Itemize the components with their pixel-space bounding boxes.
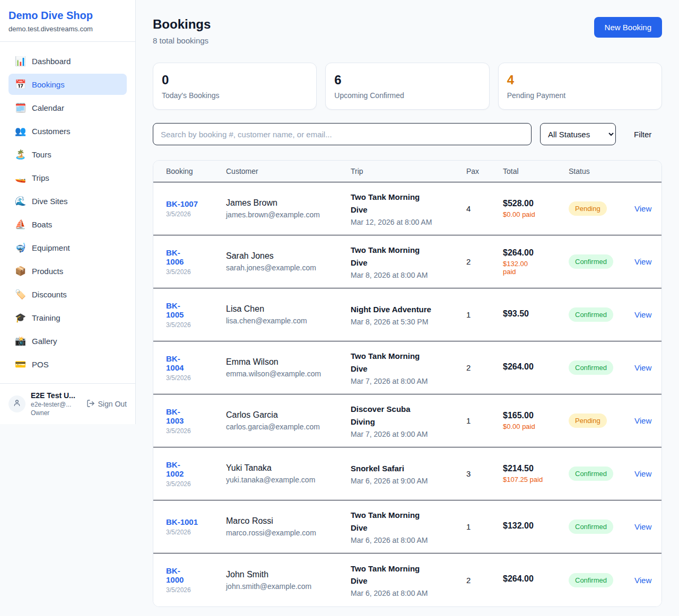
sidebar-item-label: Boats: [32, 220, 52, 229]
user-box: E2E Test U... e2e-tester@... Owner Sign …: [0, 383, 135, 424]
booking-date: 3/5/2026: [166, 321, 226, 329]
booking-id-link[interactable]: BK- 1005: [166, 301, 226, 319]
stat-card-todays-bookings: 0 Today's Bookings: [153, 63, 317, 110]
trip-name: Night Dive Adventure: [351, 303, 466, 315]
trip-datetime: Mar 7, 2026 at 9:00 AM: [351, 430, 466, 438]
sign-out-button[interactable]: Sign Out: [86, 399, 127, 409]
table-row: BK- 10053/5/2026 Lisa Chenlisa.chen@exam…: [153, 288, 661, 341]
sidebar-item-customers[interactable]: 👥Customers: [8, 120, 127, 142]
sidebar-item-discounts[interactable]: 🏷️Discounts: [8, 284, 127, 305]
controls-row: All Statuses Filter: [153, 123, 662, 145]
sidebar-item-calendar[interactable]: 🗓️Calendar: [8, 97, 127, 118]
sidebar-item-label: Calendar: [32, 103, 64, 112]
booking-id-link[interactable]: BK- 1004: [166, 354, 226, 372]
filter-button[interactable]: Filter: [634, 130, 651, 139]
pax-count: 1: [466, 416, 503, 425]
sidebar-item-label: Customers: [32, 127, 71, 136]
view-link[interactable]: View: [634, 257, 651, 266]
customer-email: james.brown@example.com: [226, 210, 351, 219]
booking-id-link[interactable]: BK-1001: [166, 517, 226, 526]
sidebar-item-pos[interactable]: 💳POS: [8, 354, 127, 375]
total-amount: $528.00: [503, 199, 569, 208]
new-booking-button[interactable]: New Booking: [594, 17, 662, 38]
customer-name: Emma Wilson: [226, 357, 351, 367]
stat-label: Upcoming Confirmed: [334, 91, 480, 100]
booking-date: 3/5/2026: [166, 210, 226, 218]
sidebar-item-label: POS: [32, 360, 49, 369]
stat-card-upcoming-confirmed: 6 Upcoming Confirmed: [325, 63, 489, 110]
sidebar-item-label: Trips: [32, 173, 49, 182]
stats-row: 0 Today's Bookings 6 Upcoming Confirmed …: [153, 63, 662, 110]
pax-count: 2: [466, 363, 503, 372]
credit-card-icon: 💳: [15, 359, 25, 370]
sidebar-item-label: Products: [32, 267, 63, 276]
total-amount: $165.00: [503, 411, 569, 420]
status-badge: Confirmed: [569, 573, 613, 587]
booking-date: 3/5/2026: [166, 427, 226, 435]
sidebar-nav: 📊Dashboard 📅Bookings 🗓️Calendar 👥Custome…: [0, 42, 135, 383]
view-link[interactable]: View: [634, 204, 651, 213]
table-row: BK-10013/5/2026 Marco Rossimarco.rossi@e…: [153, 500, 661, 553]
sidebar-item-label: Training: [32, 313, 60, 322]
trip-datetime: Mar 7, 2026 at 8:00 AM: [351, 377, 466, 385]
booking-id-link[interactable]: BK- 1006: [166, 248, 226, 266]
pax-count: 1: [466, 522, 503, 531]
status-badge: Pending: [569, 201, 607, 216]
booking-id-link[interactable]: BK- 1003: [166, 407, 226, 425]
view-link[interactable]: View: [634, 469, 651, 478]
col-header-booking: Booking: [166, 167, 226, 175]
booking-id-link[interactable]: BK-1007: [166, 199, 226, 208]
pax-count: 1: [466, 310, 503, 319]
sign-out-label: Sign Out: [98, 400, 127, 408]
total-amount: $264.00: [503, 574, 569, 584]
stat-value: 4: [507, 73, 653, 87]
log-out-icon: [86, 399, 95, 409]
sidebar-item-dashboard[interactable]: 📊Dashboard: [8, 50, 127, 72]
booking-date: 3/5/2026: [166, 529, 226, 536]
sidebar-item-equipment[interactable]: 🤿Equipment: [8, 237, 127, 258]
graduation-cap-icon: 🎓: [15, 312, 25, 323]
avatar: [8, 395, 25, 412]
booking-id-link[interactable]: BK- 1002: [166, 460, 226, 478]
view-link[interactable]: View: [634, 522, 651, 531]
paid-amount: $0.00 paid: [503, 210, 569, 218]
stat-label: Pending Payment: [507, 91, 653, 100]
status-badge: Confirmed: [569, 520, 613, 534]
customer-name: Marco Rossi: [226, 516, 351, 526]
search-input[interactable]: [153, 123, 532, 145]
sidebar-item-training[interactable]: 🎓Training: [8, 307, 127, 328]
status-badge: Confirmed: [569, 307, 613, 322]
sidebar-item-gallery[interactable]: 📸Gallery: [8, 330, 127, 351]
customer-name: James Brown: [226, 198, 351, 208]
speedboat-icon: 🚤: [15, 172, 25, 183]
sidebar-item-boats[interactable]: ⛵Boats: [8, 214, 127, 235]
sidebar-item-trips[interactable]: 🚤Trips: [8, 167, 127, 188]
stat-label: Today's Bookings: [162, 91, 308, 100]
customer-email: emma.wilson@example.com: [226, 369, 351, 378]
status-filter-select[interactable]: All Statuses: [540, 123, 616, 145]
table-row: BK- 10003/5/2026 John Smithjohn.smith@ex…: [153, 553, 661, 606]
view-link[interactable]: View: [634, 363, 651, 372]
sidebar-item-label: Equipment: [32, 243, 70, 252]
customer-email: yuki.tanaka@example.com: [226, 476, 351, 484]
booking-id-link[interactable]: BK- 1000: [166, 566, 226, 584]
sidebar-item-dive-sites[interactable]: 🌊Dive Sites: [8, 190, 127, 212]
sidebar-item-products[interactable]: 📦Products: [8, 260, 127, 281]
view-link[interactable]: View: [634, 310, 651, 319]
trip-datetime: Mar 8, 2026 at 8:00 AM: [351, 271, 466, 279]
person-icon: [13, 399, 21, 409]
pax-count: 3: [466, 469, 503, 478]
paid-amount: $107.25 paid: [503, 476, 569, 483]
sidebar-item-bookings[interactable]: 📅Bookings: [8, 74, 127, 95]
page-title: Bookings: [153, 17, 211, 32]
view-link[interactable]: View: [634, 576, 651, 585]
col-header-customer: Customer: [226, 167, 351, 175]
view-link[interactable]: View: [634, 416, 651, 425]
booking-date: 3/5/2026: [166, 374, 226, 382]
sidebar-item-label: Discounts: [32, 290, 67, 299]
table-row: BK-10073/5/2026 James Brownjames.brown@e…: [153, 182, 661, 235]
status-badge: Confirmed: [569, 467, 613, 481]
sidebar-item-tours[interactable]: 🏝️Tours: [8, 144, 127, 165]
bookings-table: Booking Customer Trip Pax Total Status B…: [153, 160, 662, 607]
paid-amount: $0.00 paid: [503, 423, 569, 430]
